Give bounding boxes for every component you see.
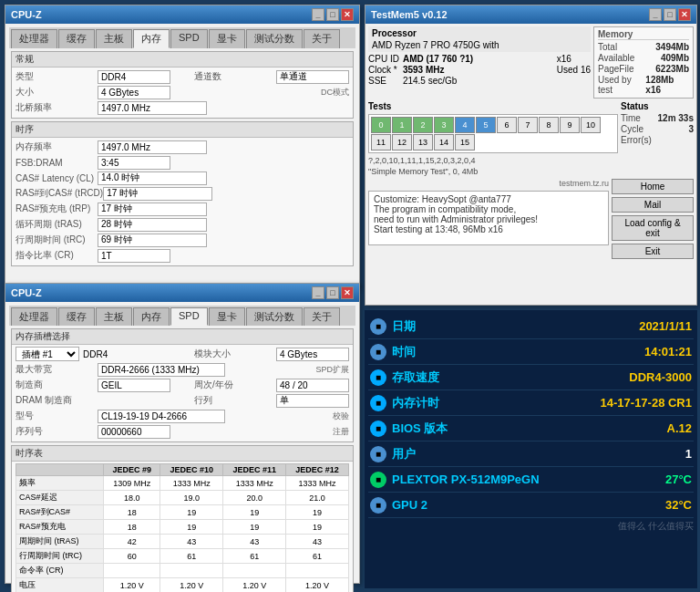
test-cell[interactable]: 4	[455, 117, 475, 133]
fsb-label: FSB:DRAM	[15, 158, 98, 168]
tab-spd[interactable]: SPD	[170, 29, 208, 48]
tab-bench[interactable]: 测试分数	[246, 29, 303, 48]
minimize-button-2[interactable]: _	[312, 286, 324, 299]
mail-button[interactable]: Mail	[612, 197, 694, 213]
test-cell[interactable]: 1	[392, 117, 412, 133]
window-controls-2[interactable]: _ □ ✕	[312, 286, 354, 299]
tab2-memory[interactable]: 内存	[133, 307, 170, 326]
test-cell[interactable]: 0	[371, 117, 391, 133]
timing-cell: 1.20 V	[223, 578, 286, 593]
cpu-id-label: CPU ID	[368, 54, 399, 64]
cpu-id-value: AMD (17 760 ?1)	[403, 54, 553, 64]
size-label: 大小	[15, 86, 98, 99]
minimize-button-tm[interactable]: _	[649, 8, 662, 21]
slot-section-title: 内存插槽选择	[12, 329, 353, 345]
maximize-button-2[interactable]: □	[326, 286, 339, 299]
nb-value: 1497.0 MHz	[98, 101, 207, 115]
timing-cell: 19	[286, 520, 349, 535]
table-row: RAS#到CAS#18191919	[16, 505, 349, 520]
test-cell[interactable]: 5	[476, 117, 496, 133]
used-by-test-value: 128Mb x16	[645, 75, 689, 95]
test-cell[interactable]: 9	[560, 117, 580, 133]
max-bw-label: 最大带宽	[15, 363, 98, 376]
test-cell[interactable]: 3	[434, 117, 454, 133]
th-jedec9: JEDEC #9	[103, 464, 160, 476]
week-year-value: 48 / 20	[276, 379, 349, 392]
test-cell[interactable]: 14	[434, 134, 454, 151]
message-column: testmem.tz.ru Customize: HeavySopt @anta…	[368, 179, 609, 259]
cpuz1-title: CPU-Z	[11, 9, 42, 20]
manufacturer-row: 制造商 GEIL 周次/年份 48 / 20	[15, 378, 349, 392]
maximize-button-tm[interactable]: □	[664, 8, 676, 21]
cpuz-spd-window: CPU-Z _ □ ✕ 处理器 缓存 主板 内存 SPD 显卡 测试分数 关于 …	[5, 283, 360, 584]
slot-dropdown[interactable]: 插槽 #1	[15, 347, 79, 361]
time-value: 12m 33s	[658, 113, 694, 123]
tab2-board[interactable]: 主板	[96, 307, 132, 326]
close-button-2[interactable]: ✕	[341, 286, 354, 299]
tab2-processor[interactable]: 处理器	[11, 307, 57, 326]
home-button[interactable]: Home	[612, 179, 694, 194]
tab-cache[interactable]: 缓存	[58, 29, 95, 48]
size-value: 4 GBytes	[98, 86, 170, 99]
load-config-button[interactable]: Load config & exit	[612, 215, 694, 241]
window-controls[interactable]: _ □ ✕	[312, 8, 354, 21]
total-row: Total 3494Mb	[598, 42, 689, 52]
table-row: 行周期时间 (tRC)60616161	[16, 549, 349, 564]
trc-row: 行周期时间 (tRC) 69 时钟	[15, 233, 349, 247]
close-button[interactable]: ✕	[341, 8, 354, 21]
timing-cell: 19.0	[160, 491, 223, 505]
tab2-cache[interactable]: 缓存	[58, 307, 95, 326]
th-empty	[16, 464, 104, 476]
test-cell[interactable]: 13	[413, 134, 433, 151]
info-rows: ■日期2021/1/11■时间14:01:21■存取速度DDR4-3000■内存…	[368, 314, 694, 518]
table-row: CAS#延迟18.019.020.021.0	[16, 491, 349, 505]
test-cell[interactable]: 2	[413, 117, 433, 133]
test-cell[interactable]: 8	[539, 117, 559, 133]
info-label: 日期	[392, 318, 639, 335]
minimize-button[interactable]: _	[312, 8, 324, 21]
timing-cell: 1309 MHz	[103, 476, 160, 491]
tras-value: 28 时钟	[98, 218, 207, 232]
tab-processor[interactable]: 处理器	[11, 29, 57, 48]
info-label: 内存计时	[392, 395, 601, 411]
close-button-tm[interactable]: ✕	[678, 8, 691, 21]
timing-section: 时序 内存频率 1497.0 MHz FSB:DRAM 3:45 CAS# La…	[11, 121, 354, 266]
test-cell[interactable]: 11	[371, 134, 391, 151]
tab2-about[interactable]: 关于	[304, 307, 340, 326]
timing-cell: 60	[103, 549, 160, 564]
info-row: ■GPU 232°C	[368, 493, 694, 518]
info-value: 14-17-17-28 CR1	[601, 396, 692, 410]
cpu-id-mult: x16	[557, 54, 591, 64]
timing-row-label: 行周期时间 (tRC)	[16, 549, 104, 564]
tab-about[interactable]: 关于	[304, 29, 340, 48]
tab2-spd[interactable]: SPD	[170, 307, 208, 326]
timing-cell: 61	[286, 549, 349, 564]
tab2-bench[interactable]: 测试分数	[246, 307, 303, 326]
maximize-button[interactable]: □	[326, 8, 339, 21]
processor-box: Processor AMD Ryzen 7 PRO 4750G with	[368, 26, 591, 52]
test-cell[interactable]: 12	[392, 134, 412, 151]
test-cell[interactable]: 10	[581, 117, 601, 133]
test-cells-container: 0123456789101112131415	[368, 114, 618, 153]
info-value: A.12	[667, 421, 692, 435]
model-row: 型号 CL19-19-19 D4-2666 校验	[15, 409, 349, 423]
sse-value: 214.5 sec/Gb	[403, 76, 553, 86]
timing-cell: 19	[160, 520, 223, 535]
tab-memory[interactable]: 内存	[133, 29, 170, 48]
test-cell[interactable]: 15	[455, 134, 475, 151]
exit-button[interactable]: Exit	[612, 244, 694, 259]
window-controls-tm[interactable]: _ □ ✕	[649, 8, 691, 21]
tab-gpu[interactable]: 显卡	[209, 29, 245, 48]
test-cell[interactable]: 6	[497, 117, 517, 133]
testmem-titlebar: TestMem5 v0.12 _ □ ✕	[365, 5, 696, 24]
slot-type: DDR4	[83, 349, 108, 359]
tab-board[interactable]: 主板	[96, 29, 132, 48]
test-cell[interactable]: 7	[518, 117, 538, 133]
serial-value: 00000660	[98, 425, 170, 439]
tab2-gpu[interactable]: 显卡	[209, 307, 245, 326]
timing-cell: 19	[160, 505, 223, 520]
manufacturer-label: 制造商	[15, 379, 98, 391]
message-buttons-row: testmem.tz.ru Customize: HeavySopt @anta…	[368, 179, 694, 259]
time-label: Time	[621, 113, 641, 123]
trcd-value: 17 时钟	[103, 187, 212, 201]
